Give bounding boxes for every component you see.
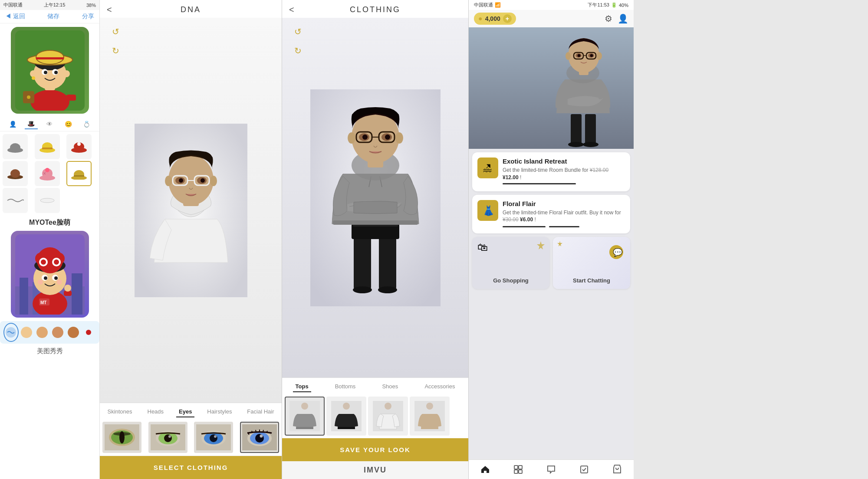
start-chatting-card[interactable]: 💬 Start Chatting — [553, 237, 630, 289]
hat-item-wavy[interactable] — [3, 188, 28, 213]
nav-catalog[interactable] — [513, 464, 523, 475]
svg-point-91 — [164, 434, 172, 442]
hat-item-yellow[interactable] — [35, 134, 60, 159]
svg-point-112 — [353, 286, 372, 293]
tab-bottoms[interactable]: Bottoms — [332, 381, 358, 392]
profile-avatar-icon[interactable]: 👤 — [618, 13, 628, 24]
eye-option-cat-green[interactable] — [102, 422, 141, 453]
tab-tops[interactable]: Tops — [293, 381, 311, 392]
exotic-island-icon: 🏖 — [477, 157, 498, 178]
nav-shopping[interactable] — [612, 464, 622, 475]
category-hat-icon[interactable]: 🎩 — [25, 119, 38, 129]
svg-point-28 — [10, 169, 20, 178]
hat-item-white-wavy[interactable] — [35, 188, 60, 213]
svg-point-158 — [566, 52, 571, 60]
svg-rect-168 — [514, 466, 518, 469]
nav-tasks[interactable] — [579, 464, 589, 475]
back-button[interactable]: ◀ 返回 — [5, 13, 25, 20]
top-item-white-hoodie[interactable] — [368, 397, 408, 436]
go-shopping-card[interactable]: 🛍 Go Shopping — [472, 237, 549, 289]
promo-card-exotic-island[interactable]: 🏖 Exotic Island Retreat Get the limited-… — [472, 152, 630, 191]
tab-eyes[interactable]: Eyes — [176, 407, 194, 417]
svg-point-60 — [57, 279, 62, 285]
skin-wave-item[interactable] — [3, 323, 19, 342]
hat-item-red[interactable] — [66, 134, 92, 159]
save-button[interactable]: 储存 — [47, 13, 59, 20]
svg-point-92 — [168, 435, 171, 438]
svg-point-157 — [590, 54, 593, 57]
dna-undo-button[interactable]: ↺ — [108, 25, 122, 39]
tab-accessories[interactable]: Accessories — [422, 381, 457, 392]
dna-eye-options — [100, 419, 282, 456]
myotee-carrier: 中国联通 — [3, 2, 23, 8]
eye-option-green[interactable] — [148, 422, 187, 453]
svg-point-59 — [38, 279, 43, 285]
imvu-bottom-nav — [469, 459, 634, 479]
myotee-bottom-toolbar — [0, 321, 99, 344]
hat-item-gray[interactable] — [3, 134, 28, 159]
svg-text:👗: 👗 — [483, 205, 495, 217]
eye-option-blue[interactable] — [194, 422, 233, 453]
coins-badge[interactable]: ● 4,000 + — [474, 13, 516, 25]
dna-redo-button[interactable]: ↻ — [108, 44, 122, 58]
go-shopping-label: Go Shopping — [493, 277, 529, 284]
settings-icon[interactable]: ⚙ — [605, 13, 612, 24]
dna-avatar-area: ↺ ↻ — [100, 18, 282, 403]
tab-hairstyles[interactable]: Hairstyles — [204, 407, 234, 417]
svg-point-128 — [362, 135, 368, 140]
exotic-island-text: Exotic Island Retreat Get the limited-ti… — [503, 157, 625, 186]
tab-skintones[interactable]: Skintones — [105, 407, 135, 417]
save-your-look-button[interactable]: SAVE YOUR LOOK — [282, 438, 468, 461]
promo-card-floral-flair[interactable]: 👗 Floral Flair Get the limited-time Flor… — [472, 195, 630, 234]
clothing-back-button[interactable]: < — [289, 5, 296, 15]
imvu-brand-label: IMVU — [282, 461, 468, 479]
category-smile-icon[interactable]: 😊 — [62, 119, 75, 129]
myotee-statusbar: 中国联通 上午12:15 38% — [0, 0, 99, 10]
skin-face-item3[interactable] — [50, 323, 66, 342]
select-clothing-button[interactable]: SELECT CLOTHING — [100, 456, 282, 479]
imvu-topbar-icons: ⚙ 👤 — [605, 13, 628, 24]
dna-back-button[interactable]: < — [107, 5, 113, 15]
clothing-redo-button[interactable]: ↻ — [291, 44, 305, 58]
hat-item-pink[interactable]: × — [35, 161, 60, 186]
tab-heads[interactable]: Heads — [145, 407, 167, 417]
skin-face-item4[interactable] — [66, 323, 81, 342]
svg-point-102 — [260, 435, 263, 438]
svg-rect-169 — [519, 466, 522, 469]
dna-avatar-figure — [135, 124, 247, 297]
hat-item-mustard-selected[interactable] — [66, 161, 92, 186]
nav-home[interactable] — [480, 464, 490, 475]
tab-facial-hair[interactable]: Facial Hair — [244, 407, 276, 417]
svg-point-12 — [30, 70, 37, 77]
svg-point-134 — [301, 403, 308, 410]
clothing-avatar-figure — [310, 89, 441, 306]
clothing-undo-button[interactable]: ↺ — [291, 25, 305, 39]
imvu-topbar: ● 4,000 + ⚙ 👤 — [469, 10, 634, 27]
top-item-beige-hoodie[interactable] — [410, 397, 450, 436]
svg-point-78 — [179, 178, 183, 183]
add-coins-button[interactable]: + — [503, 14, 512, 23]
top-item-black-hoodie[interactable] — [326, 397, 366, 436]
tab-shoes[interactable]: Shoes — [379, 381, 401, 392]
censored-bar-2b — [549, 226, 580, 227]
skin-face-item2[interactable] — [34, 323, 50, 342]
svg-point-20 — [10, 143, 20, 152]
category-accessory-icon[interactable]: 💍 — [80, 119, 93, 129]
skin-dot-item[interactable] — [81, 323, 96, 342]
hat-item-brown[interactable] — [3, 161, 28, 186]
dna-header: < DNA — [100, 0, 282, 18]
skin-face-item1[interactable] — [19, 323, 34, 342]
nav-chat[interactable] — [546, 464, 556, 475]
share-button[interactable]: 分享 — [82, 13, 94, 20]
category-eye-icon[interactable]: 👁 — [43, 119, 56, 129]
svg-point-81 — [165, 176, 172, 186]
category-body-icon[interactable]: 👤 — [6, 119, 19, 129]
svg-point-96 — [210, 434, 217, 442]
sparkle-icon — [536, 240, 546, 253]
eye-option-blue-selected[interactable] — [240, 422, 279, 453]
top-item-gray-hoodie[interactable] — [285, 397, 325, 436]
floral-flair-title: Floral Flair — [503, 200, 625, 207]
floral-flair-text: Floral Flair Get the limited-time Floral… — [503, 200, 625, 229]
svg-point-67 — [68, 327, 79, 338]
myotee-app-label: MYOTee脸萌 — [29, 218, 70, 227]
